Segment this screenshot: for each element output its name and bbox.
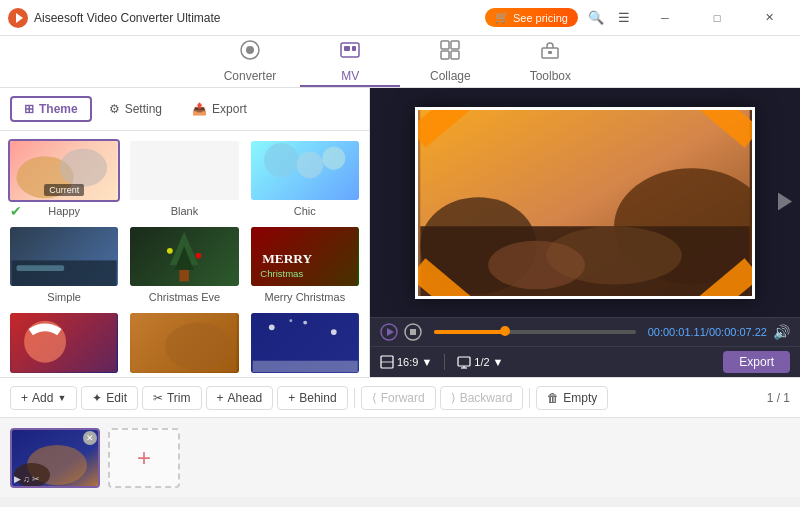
edit-icon: ✦ [92, 391, 102, 405]
forward-button[interactable]: ⟨ Forward [361, 386, 436, 410]
trim-icon: ✂ [153, 391, 163, 405]
theme-simple-thumb [8, 225, 120, 288]
tab-mv[interactable]: MV [300, 36, 400, 87]
svg-text:Christmas: Christmas [260, 268, 303, 279]
clip-media-icon: ▶ [14, 474, 21, 484]
tab-collage[interactable]: Collage [400, 36, 500, 87]
cart-icon: 🛒 [495, 11, 509, 24]
theme-snowy-night[interactable]: Snowy Night [249, 311, 361, 377]
clip-cut-icon: ✂ [32, 474, 40, 484]
page-count: 1 / 1 [767, 391, 790, 405]
tab-toolbox[interactable]: Toolbox [500, 36, 600, 87]
theme-christmas-eve-label: Christmas Eve [149, 291, 221, 303]
minimize-button[interactable]: ─ [642, 0, 688, 36]
aspect-ratio-select[interactable]: 16:9 ▼ [380, 355, 432, 369]
theme-chic-label: Chic [294, 205, 316, 217]
svg-point-17 [296, 152, 323, 179]
theme-modern-life[interactable]: Modern Life [128, 311, 240, 377]
ahead-icon: + [217, 391, 224, 405]
play-button[interactable] [380, 323, 398, 341]
edit-button[interactable]: ✦ Edit [81, 386, 138, 410]
add-button[interactable]: + Add ▼ [10, 386, 77, 410]
theme-happy-label: Happy [48, 205, 80, 217]
export-button[interactable]: Export [723, 351, 790, 373]
svg-rect-8 [451, 41, 459, 49]
theme-chic[interactable]: Chic [249, 139, 361, 217]
svg-rect-20 [16, 265, 64, 271]
trim-button[interactable]: ✂ Trim [142, 386, 202, 410]
export-tab-label: Export [212, 102, 247, 116]
see-pricing-button[interactable]: 🛒 See pricing [485, 8, 578, 27]
svg-point-16 [264, 143, 298, 177]
ahead-button[interactable]: + Ahead [206, 386, 274, 410]
sub-tabs: ⊞ Theme ⚙ Setting 📤 Export [0, 88, 369, 131]
collage-icon [439, 39, 461, 66]
ratio-dropdown-icon: ▼ [421, 356, 432, 368]
divider2 [529, 388, 530, 408]
video-preview [370, 88, 800, 317]
close-button[interactable]: ✕ [746, 0, 792, 36]
volume-icon[interactable]: 🔊 [773, 324, 790, 340]
tab-converter[interactable]: Converter [200, 36, 301, 87]
add-clip-icon: + [137, 444, 151, 472]
trash-icon: 🗑 [547, 391, 559, 405]
bottom-toolbar: + Add ▼ ✦ Edit ✂ Trim + Ahead + Behind ⟨… [0, 377, 800, 417]
toolbox-icon [539, 39, 561, 66]
preview-controls: 00:00:01.11/00:00:07.22 🔊 [370, 317, 800, 346]
monitor-icon [457, 355, 471, 369]
add-clip-button[interactable]: + [108, 428, 180, 488]
check-icon: ✔ [10, 203, 22, 219]
theme-santa-claus-thumb [8, 311, 120, 374]
sub-tab-export[interactable]: 📤 Export [179, 97, 260, 121]
app-logo [8, 8, 28, 28]
maximize-button[interactable]: □ [694, 0, 740, 36]
svg-rect-6 [352, 46, 356, 51]
progress-bar[interactable] [434, 330, 636, 334]
menu-icon[interactable]: ☰ [612, 6, 636, 30]
theme-santa-claus[interactable]: Santa Claus [8, 311, 120, 377]
empty-button[interactable]: 🗑 Empty [536, 386, 608, 410]
theme-christmas-eve-thumb [128, 225, 240, 288]
svg-rect-10 [451, 51, 459, 59]
theme-merry-christmas[interactable]: MERRY Christmas Merry Christmas [249, 225, 361, 303]
svg-rect-19 [12, 261, 117, 287]
page-select[interactable]: 1/2 ▼ [457, 355, 503, 369]
svg-point-35 [303, 321, 307, 325]
theme-tab-icon: ⊞ [24, 102, 34, 116]
theme-tab-label: Theme [39, 102, 78, 116]
theme-blank-label: Blank [171, 205, 199, 217]
theme-christmas-eve[interactable]: Christmas Eve [128, 225, 240, 303]
stop-button[interactable] [404, 323, 422, 341]
svg-rect-52 [458, 357, 470, 366]
svg-rect-5 [344, 46, 350, 51]
backward-button[interactable]: ⟩ Backward [440, 386, 524, 410]
clip-close-button[interactable]: ✕ [83, 431, 97, 445]
sub-tab-setting[interactable]: ⚙ Setting [96, 97, 175, 121]
forward-icon: ⟨ [372, 391, 377, 405]
theme-merry-christmas-label: Merry Christmas [264, 291, 345, 303]
svg-rect-12 [548, 51, 552, 54]
progress-fill [434, 330, 505, 334]
svg-point-3 [246, 46, 254, 54]
svg-rect-9 [441, 51, 449, 59]
clip-audio-icon: ♫ [23, 474, 30, 484]
theme-modern-life-thumb [128, 311, 240, 374]
theme-simple[interactable]: Simple [8, 225, 120, 303]
app-title: Aiseesoft Video Converter Ultimate [34, 11, 221, 25]
next-arrow-icon [778, 192, 792, 210]
progress-thumb [500, 326, 510, 336]
svg-marker-45 [778, 192, 792, 210]
theme-blank-thumb [128, 139, 240, 202]
svg-point-37 [289, 320, 292, 323]
theme-happy[interactable]: Current ✔ Happy [8, 139, 120, 217]
search-icon[interactable]: 🔍 [584, 6, 608, 30]
sub-tab-theme[interactable]: ⊞ Theme [10, 96, 92, 122]
preview-bottom: 16:9 ▼ 1/2 ▼ Export [370, 346, 800, 377]
theme-blank[interactable]: Blank [128, 139, 240, 217]
themes-grid: Current ✔ Happy Blank [0, 131, 369, 377]
converter-icon [239, 39, 261, 66]
behind-button[interactable]: + Behind [277, 386, 347, 410]
svg-point-34 [269, 325, 275, 331]
clip-item-1[interactable]: ✕ ▶ ♫ ✂ [10, 428, 100, 488]
right-panel: 00:00:01.11/00:00:07.22 🔊 16:9 ▼ [370, 88, 800, 377]
